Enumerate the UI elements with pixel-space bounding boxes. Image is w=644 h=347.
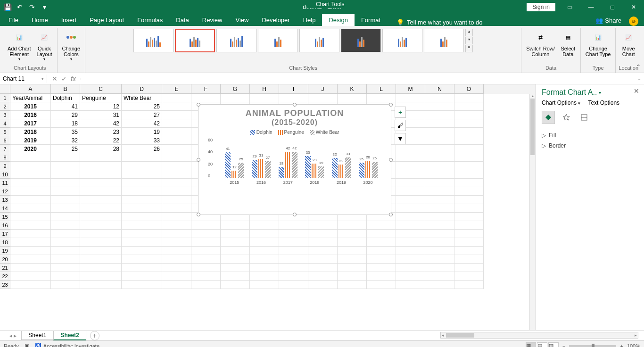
cell[interactable] [191, 255, 221, 264]
cell[interactable] [454, 264, 484, 272]
cell[interactable]: 26 [122, 145, 162, 153]
cell[interactable] [162, 272, 191, 281]
cell[interactable] [10, 170, 51, 179]
row-header[interactable]: 18 [0, 238, 10, 247]
row-header[interactable]: 19 [0, 247, 10, 255]
column-header[interactable]: O [454, 84, 484, 94]
cell[interactable]: 2019 [10, 136, 51, 145]
tab-developer[interactable]: Developer [255, 14, 296, 26]
row-header[interactable]: 9 [0, 162, 10, 170]
cell[interactable] [396, 230, 425, 238]
cell[interactable] [162, 128, 191, 136]
cell[interactable] [425, 281, 454, 289]
cell[interactable] [80, 187, 122, 196]
cell[interactable] [10, 255, 51, 264]
cell[interactable] [162, 213, 191, 221]
cell[interactable] [454, 281, 484, 289]
cell[interactable]: 23 [80, 128, 122, 136]
column-header[interactable]: E [162, 84, 191, 94]
cell[interactable] [162, 170, 191, 179]
row-header[interactable]: 16 [0, 221, 10, 230]
normal-view-icon[interactable]: ▦ [526, 342, 536, 347]
cell[interactable]: 2020 [10, 145, 51, 153]
cell[interactable]: 35 [51, 128, 80, 136]
cell[interactable] [122, 221, 162, 230]
row-header[interactable]: 21 [0, 264, 10, 272]
cell[interactable] [454, 119, 484, 128]
cell[interactable] [51, 162, 80, 170]
cell[interactable] [80, 204, 122, 213]
cell[interactable] [51, 264, 80, 272]
cell[interactable] [51, 170, 80, 179]
cell[interactable] [162, 255, 191, 264]
cell[interactable] [80, 281, 122, 289]
cell[interactable] [191, 230, 221, 238]
zoom-level[interactable]: 100% [627, 343, 640, 347]
change-chart-type-button[interactable]: 📊 Change Chart Type [584, 29, 613, 58]
cell[interactable] [80, 238, 122, 247]
cell[interactable] [338, 94, 367, 102]
cell[interactable] [10, 153, 51, 162]
cell[interactable] [80, 162, 122, 170]
cell[interactable] [338, 221, 367, 230]
cell[interactable] [221, 94, 250, 102]
cell[interactable] [396, 179, 425, 187]
change-colors-button[interactable]: Change Colors ▾ [60, 29, 83, 62]
switch-row-column-button[interactable]: ⇄ Switch Row/ Column [524, 29, 557, 58]
cell[interactable] [51, 221, 80, 230]
cell[interactable] [367, 247, 396, 255]
cell[interactable] [250, 230, 279, 238]
cell[interactable] [425, 230, 454, 238]
cell[interactable] [308, 247, 338, 255]
cell[interactable]: 25 [122, 102, 162, 111]
cell[interactable] [338, 264, 367, 272]
border-section[interactable]: ▷ Border [542, 142, 638, 149]
column-header[interactable]: A [10, 84, 51, 94]
cell[interactable] [454, 136, 484, 145]
sheet-tab-2[interactable]: Sheet2 [53, 331, 86, 340]
cell[interactable] [122, 196, 162, 204]
cell[interactable]: 31 [80, 111, 122, 119]
cell[interactable] [367, 221, 396, 230]
cell[interactable] [51, 196, 80, 204]
row-header[interactable]: 15 [0, 213, 10, 221]
cell[interactable] [162, 196, 191, 204]
cell[interactable] [308, 94, 338, 102]
cell[interactable] [162, 111, 191, 119]
column-header[interactable]: M [396, 84, 425, 94]
move-chart-button[interactable]: 📈 Move Chart [619, 29, 638, 58]
fill-section[interactable]: ▷ Fill [542, 132, 638, 139]
cell[interactable] [250, 247, 279, 255]
cell[interactable] [367, 272, 396, 281]
cell[interactable] [454, 196, 484, 204]
column-header[interactable]: B [51, 84, 80, 94]
cell[interactable] [122, 153, 162, 162]
cell[interactable] [80, 230, 122, 238]
cell[interactable] [162, 179, 191, 187]
cell[interactable] [396, 170, 425, 179]
cell[interactable] [10, 221, 51, 230]
cell[interactable] [162, 145, 191, 153]
chart-resize-handle[interactable] [389, 103, 393, 107]
pane-dropdown-icon[interactable]: ▾ [599, 90, 601, 95]
cell[interactable] [367, 94, 396, 102]
column-header[interactable]: F [191, 84, 221, 94]
ribbon-display-options-icon[interactable]: ▭ [559, 0, 580, 14]
cell[interactable] [454, 153, 484, 162]
cell[interactable]: 42 [80, 119, 122, 128]
cell[interactable] [51, 187, 80, 196]
scrollbar-thumb[interactable] [530, 99, 535, 155]
cell[interactable] [80, 272, 122, 281]
zoom-out-icon[interactable]: − [562, 343, 565, 347]
cell[interactable] [425, 153, 454, 162]
column-header[interactable]: D [122, 84, 162, 94]
cell[interactable] [221, 281, 250, 289]
cell[interactable] [396, 255, 425, 264]
cell[interactable] [122, 247, 162, 255]
cell[interactable] [122, 204, 162, 213]
cell[interactable] [367, 255, 396, 264]
cell[interactable] [162, 162, 191, 170]
tab-formulas[interactable]: Formulas [131, 14, 169, 26]
cell[interactable] [10, 272, 51, 281]
cell[interactable] [396, 153, 425, 162]
